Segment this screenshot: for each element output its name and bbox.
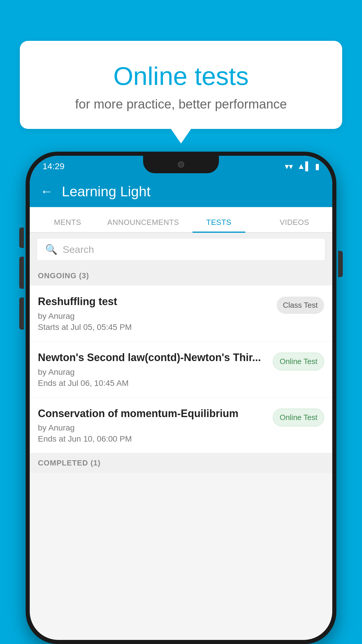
ongoing-section-header: ONGOING (3) — [30, 266, 332, 286]
volume-up-button[interactable] — [19, 257, 24, 289]
test-author: by Anurag — [38, 423, 267, 433]
test-name: Conservation of momentum-Equilibrium — [38, 407, 267, 421]
search-bar[interactable]: 🔍 Search — [37, 238, 325, 261]
phone-notch — [143, 156, 219, 173]
test-author: by Anurag — [38, 312, 271, 321]
app-title: Learning Light — [62, 183, 150, 200]
speech-bubble: Online tests for more practice, better p… — [20, 41, 342, 129]
test-name: Newton's Second law(contd)-Newton's Thir… — [38, 351, 267, 365]
test-time-label: Ends at — [38, 434, 66, 443]
test-time-label: Starts at — [38, 323, 68, 332]
test-time: Ends at Jul 06, 10:45 AM — [38, 379, 267, 388]
tests-list: Reshuffling test by Anurag Starts at Jul… — [30, 286, 332, 453]
tab-videos[interactable]: VIDEOS — [257, 218, 333, 232]
test-time: Ends at Jun 10, 06:00 PM — [38, 434, 267, 444]
status-time: 14:29 — [43, 161, 64, 171]
test-time: Starts at Jul 05, 05:45 PM — [38, 323, 271, 332]
test-time-value: Jul 06, 10:45 AM — [68, 379, 129, 388]
badge-class-test: Class Test — [277, 297, 324, 314]
test-name: Reshuffling test — [38, 295, 271, 309]
signal-icon: ▲▌ — [297, 162, 311, 171]
search-container: 🔍 Search — [30, 233, 332, 266]
test-item[interactable]: Reshuffling test by Anurag Starts at Jul… — [30, 286, 332, 342]
test-time-value: Jul 05, 05:45 PM — [71, 323, 132, 332]
test-item[interactable]: Newton's Second law(contd)-Newton's Thir… — [30, 342, 332, 398]
badge-online-test: Online Test — [273, 409, 324, 426]
test-author: by Anurag — [38, 368, 267, 377]
completed-section-header: COMPLETED (1) — [30, 453, 332, 473]
status-icons: ▾▾ ▲▌ ▮ — [285, 162, 319, 171]
test-info: Reshuffling test by Anurag Starts at Jul… — [38, 295, 271, 332]
phone-frame: 14:29 ▾▾ ▲▌ ▮ ← Learning Light MENTS ANN… — [26, 152, 336, 644]
test-time-value: Jun 10, 06:00 PM — [68, 434, 132, 443]
search-input[interactable]: Search — [63, 244, 94, 255]
app-header: ← Learning Light — [30, 176, 332, 207]
tabs-bar: MENTS ANNOUNCEMENTS TESTS VIDEOS — [30, 207, 332, 233]
tab-assignments[interactable]: MENTS — [30, 218, 106, 232]
front-camera — [178, 161, 184, 168]
test-info: Conservation of momentum-Equilibrium by … — [38, 407, 267, 444]
power-button[interactable] — [338, 251, 343, 277]
search-icon: 🔍 — [45, 244, 57, 255]
test-time-label: Ends at — [38, 379, 66, 388]
back-button[interactable]: ← — [40, 185, 53, 198]
tab-announcements[interactable]: ANNOUNCEMENTS — [106, 218, 181, 232]
badge-online-test: Online Test — [273, 353, 324, 370]
battery-icon: ▮ — [315, 162, 319, 171]
test-info: Newton's Second law(contd)-Newton's Thir… — [38, 351, 267, 388]
speech-bubble-subtitle: for more practice, better performance — [37, 97, 325, 111]
screen-content: 14:29 ▾▾ ▲▌ ▮ ← Learning Light MENTS ANN… — [30, 156, 332, 620]
test-item[interactable]: Conservation of momentum-Equilibrium by … — [30, 398, 332, 454]
volume-down-button[interactable] — [19, 298, 24, 330]
tab-tests[interactable]: TESTS — [181, 218, 257, 232]
speech-bubble-container: Online tests for more practice, better p… — [20, 41, 342, 129]
phone-screen: 14:29 ▾▾ ▲▌ ▮ ← Learning Light MENTS ANN… — [30, 156, 332, 640]
silent-button[interactable] — [19, 228, 24, 248]
wifi-icon: ▾▾ — [285, 162, 293, 171]
speech-bubble-title: Online tests — [37, 61, 325, 91]
